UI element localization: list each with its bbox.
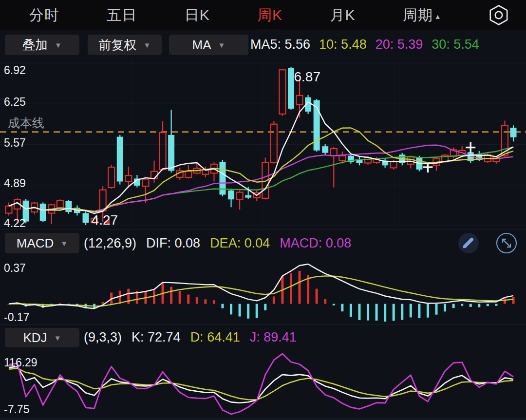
bottom-edge — [0, 418, 526, 420]
chevron-down-icon: ▼ — [218, 41, 225, 49]
svg-text:6.25: 6.25 — [4, 95, 26, 108]
kdj-axis-labels: 116.29-7.75 — [4, 356, 38, 416]
chevron-down-icon: ▼ — [54, 334, 61, 342]
tab-period[interactable]: 周期▲ — [402, 3, 443, 27]
svg-text:6.92: 6.92 — [4, 64, 26, 76]
candlestick-chart[interactable]: 6.874.27成本线6.926.255.574.894.22 — [0, 58, 526, 229]
adjust-mode-dropdown[interactable]: 前复权 ▼ — [88, 35, 162, 55]
stock-chart-app: 分时 五日 日K 周K 月K 周期▲ 叠加 ▼ 前复权 ▼ MA ▼ MA5: … — [0, 0, 526, 420]
svg-text:116.29: 116.29 — [4, 356, 38, 369]
dea-value: DEA: 0.04 — [210, 236, 270, 251]
tab-minute[interactable]: 分时 — [28, 3, 60, 27]
macd-chart[interactable]: 0.37-0.17 — [0, 257, 526, 325]
fullscreen-button[interactable] — [496, 232, 517, 254]
macd-params: (12,26,9) — [84, 236, 136, 251]
ma-readouts: MA5: 5.56 10: 5.48 20: 5.39 30: 5.54 — [250, 30, 479, 58]
ma-indicator-dropdown[interactable]: MA ▼ — [169, 35, 248, 55]
ma20-value: 20: 5.39 — [376, 37, 423, 52]
macd-indicator-dropdown[interactable]: MACD ▼ — [5, 233, 79, 253]
kdj-values: (9,3,3) K: 72.74 D: 64.41 J: 89.41 — [84, 325, 297, 350]
svg-text:4.89: 4.89 — [4, 177, 26, 190]
d-value: D: 64.41 — [190, 330, 240, 345]
chevron-down-icon: ▼ — [55, 41, 62, 49]
tab-daily-k[interactable]: 日K — [184, 3, 211, 27]
expand-arrows-icon — [496, 232, 517, 254]
pencil-icon — [458, 232, 479, 254]
period-caret-icon: ▲ — [434, 13, 442, 20]
svg-text:成本线: 成本线 — [8, 116, 44, 130]
edit-indicator-button[interactable] — [458, 232, 479, 254]
macd-values: (12,26,9) DIF: 0.08 DEA: 0.04 MACD: 0.08 — [84, 229, 351, 257]
grid-layer — [0, 58, 526, 229]
tab-weekly-k[interactable]: 周K — [256, 3, 283, 27]
chevron-down-icon: ▼ — [60, 239, 68, 248]
ma30-value: 30: 5.54 — [432, 37, 479, 52]
svg-text:-7.75: -7.75 — [4, 403, 29, 416]
kdj-params: (9,3,3) — [84, 330, 122, 345]
chevron-down-icon: ▼ — [144, 41, 151, 49]
svg-text:4.27: 4.27 — [92, 212, 118, 228]
j-value: J: 89.41 — [250, 330, 297, 345]
settings-button[interactable] — [488, 4, 509, 26]
chart-toolbar: 叠加 ▼ 前复权 ▼ MA ▼ MA5: 5.56 10: 5.48 20: 5… — [0, 30, 526, 58]
kdj-header: KDJ ▼ (9,3,3) K: 72.74 D: 64.41 J: 89.41 — [0, 325, 526, 350]
kdj-lines — [9, 354, 513, 414]
ma10-value: 10: 5.48 — [319, 37, 367, 52]
macd-lines — [9, 264, 513, 308]
macd-axis-labels: 0.37-0.17 — [4, 262, 29, 324]
macd-bars — [8, 271, 515, 322]
macd-value: MACD: 0.08 — [280, 236, 351, 251]
gear-hexagon-icon — [488, 4, 509, 26]
svg-text:5.57: 5.57 — [4, 136, 26, 149]
kdj-indicator-dropdown[interactable]: KDJ ▼ — [5, 328, 79, 347]
tab-five-day[interactable]: 五日 — [106, 3, 138, 27]
kdj-chart[interactable]: 116.29-7.75 — [0, 350, 526, 420]
svg-text:6.87: 6.87 — [294, 69, 320, 84]
overlay-dropdown[interactable]: 叠加 ▼ — [5, 35, 79, 55]
svg-text:4.22: 4.22 — [4, 217, 26, 229]
ma5-value: MA5: 5.56 — [250, 37, 310, 52]
top-nav: 分时 五日 日K 周K 月K 周期▲ — [0, 0, 526, 30]
svg-text:-0.17: -0.17 — [4, 311, 29, 324]
dif-value: DIF: 0.08 — [146, 236, 200, 251]
tab-monthly-k[interactable]: 月K — [329, 3, 356, 27]
macd-header: MACD ▼ (12,26,9) DIF: 0.08 DEA: 0.04 MAC… — [0, 229, 526, 257]
svg-text:0.37: 0.37 — [4, 262, 26, 274]
k-value: K: 72.74 — [132, 330, 181, 345]
ma-lines-layer — [9, 102, 513, 213]
